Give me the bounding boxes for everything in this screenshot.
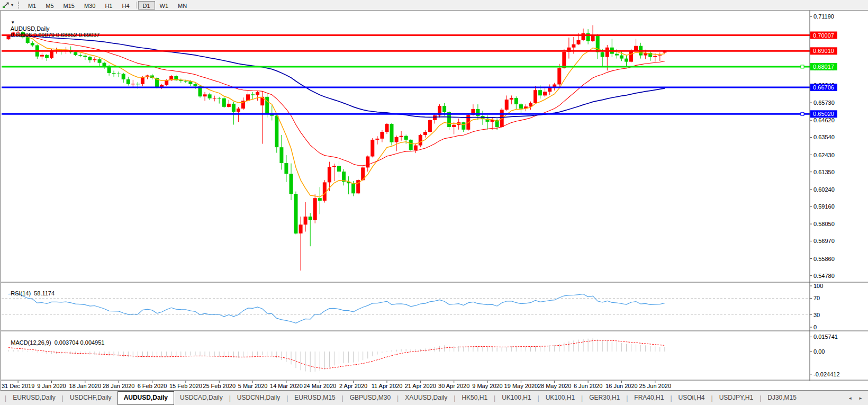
candlesticks [7,25,667,271]
candle-body [93,59,96,60]
candle-body [390,124,394,142]
price-tick-label: 0.71190 [813,13,834,20]
candle-body [304,217,308,224]
chart-tab-FRA40-H1[interactable]: FRA40,H1 [628,391,670,405]
candle-body [265,97,269,114]
timeframe-button-D1[interactable]: D1 [138,1,155,10]
candle-body [452,125,456,127]
chart-tab-USDCAD-Daily[interactable]: USDCAD,Daily [174,391,229,405]
price-tick-label: 0.63540 [813,134,835,140]
macd-tick-label: 0.00 [813,348,825,355]
chart-tab-XAUUSD-Daily[interactable]: XAUUSD,Daily [399,391,453,405]
price-line-badge-label: 0.66706 [813,84,834,91]
candle-body [519,104,523,109]
timeframe-button-MN[interactable]: MN [173,1,192,10]
chart-canvas: 0.711900.701100.690300.679200.668400.657… [1,11,868,391]
price-tick-label: 0.55860 [813,256,835,262]
candle-body [40,55,44,57]
candle-body [419,135,422,146]
timeframe-button-M30[interactable]: M30 [79,1,100,10]
candle-body [184,81,187,82]
panel-separator[interactable] [1,380,868,381]
candle-body [653,56,657,57]
candle-body [237,109,240,112]
chart-tab-HK50-H1[interactable]: HK50,H1 [456,391,493,405]
cursor-tool-icon[interactable] [2,1,11,9]
candle-body [395,137,399,142]
price-tick-label: 0.60240 [813,186,835,193]
chart-tab-USDCNH-Daily[interactable]: USDCNH,Daily [231,391,286,405]
date-label: 19 May 2020 [504,383,538,389]
date-label: 5 Mar 2020 [238,383,268,389]
timeframe-button-H1[interactable]: H1 [100,1,117,10]
timeframe-button-M15[interactable]: M15 [59,1,79,10]
macd-signal-line [8,340,665,368]
chart-tab-USOil-H4[interactable]: USOil,H4 [673,391,711,405]
rsi-panel [2,294,810,323]
candle-body [366,157,369,168]
price-tick-label: 0.64620 [813,117,835,123]
date-label: 18 Jan 2020 [69,383,102,389]
chart-tab-AUDUSD-Daily[interactable]: AUDUSD,Daily [117,391,174,405]
candle-body [194,84,197,86]
candle-body [620,56,623,59]
price-tick-label: 0.59160 [813,203,835,210]
candle-body [227,104,231,107]
rsi-tick-label: 70 [813,295,820,301]
chart-tab-EURUSD-M15[interactable]: EURUSD,M15 [288,391,341,405]
candle-body [279,147,283,163]
timeframe-toolbar: ▾ M1M5M15M30H1H4D1W1MN [0,0,868,10]
timeframe-button-H4[interactable]: H4 [117,1,134,10]
candle-body [351,183,355,193]
chevron-down-icon[interactable]: ▾ [11,3,15,7]
time-axis[interactable]: 31 Dec 20199 Jan 202018 Jan 202028 Jan 2… [2,381,671,389]
candle-body [232,104,236,112]
candle-body [256,92,259,95]
candle-body [385,124,389,132]
candle-body [26,37,30,43]
toolbar-separator [136,2,137,8]
timeframe-button-W1[interactable]: W1 [155,1,174,10]
chart-tab-EURUSD-Daily[interactable]: EURUSD,Daily [7,391,61,405]
fast-ma-line [8,34,665,197]
one-click-trading-toggle[interactable]: ▼ [11,20,15,25]
chart-tab-USDCHF-Daily[interactable]: USDCHF,Daily [64,391,117,405]
candle-body [514,98,518,104]
price-axis[interactable]: 0.711900.701100.690300.679200.668400.657… [810,11,840,381]
chart-tab-UK100-H1[interactable]: UK100,H1 [496,391,537,405]
date-label: 28 Jan 2020 [103,383,135,389]
tab-scroll-left-icon[interactable]: ◄ [848,396,852,401]
chart-tab-GER30-H1[interactable]: GER30,H1 [583,391,626,405]
candle-body [625,59,628,62]
macd-panel [8,338,665,372]
panel-separator[interactable] [1,330,868,331]
candle-body [313,198,317,220]
line-selection-handle[interactable] [801,112,804,115]
chart-tabbar: |EURUSD,Daily|USDCHF,DailyAUDUSD,DailyUS… [0,391,868,405]
candle-body [16,32,20,33]
timeframe-button-M1[interactable]: M1 [23,1,41,10]
tab-scroll-right-icon[interactable]: ► [858,396,863,401]
candle-body [615,54,619,56]
price-tick-label: 0.54780 [813,273,835,279]
candle-body [332,166,336,167]
candle-body [98,59,102,63]
chart-tab-UK100-H1[interactable]: UK100,H1 [540,391,581,405]
chart-tab-USDJPY-H1[interactable]: USDJPY,H1 [713,391,759,405]
candle-body [601,52,604,57]
candle-body [31,43,34,46]
candle-body [337,166,341,172]
line-selection-handle[interactable] [801,65,804,68]
timeframe-button-M5[interactable]: M5 [41,1,58,10]
panel-separator[interactable] [1,282,868,283]
chart-tab-DJ30-M15[interactable]: DJ30,M15 [762,391,802,405]
date-label: 28 May 2020 [538,383,572,389]
toolbar-grip[interactable] [18,2,20,8]
candle-body [380,132,384,139]
date-label: 25 Feb 2020 [203,383,236,389]
candle-body [318,198,322,201]
cursor-tool-icon-glyph [2,2,10,8]
candle-body [582,33,585,40]
candle-body [112,73,116,74]
chart-tab-GBPUSD-M30[interactable]: GBPUSD,M30 [344,391,396,405]
